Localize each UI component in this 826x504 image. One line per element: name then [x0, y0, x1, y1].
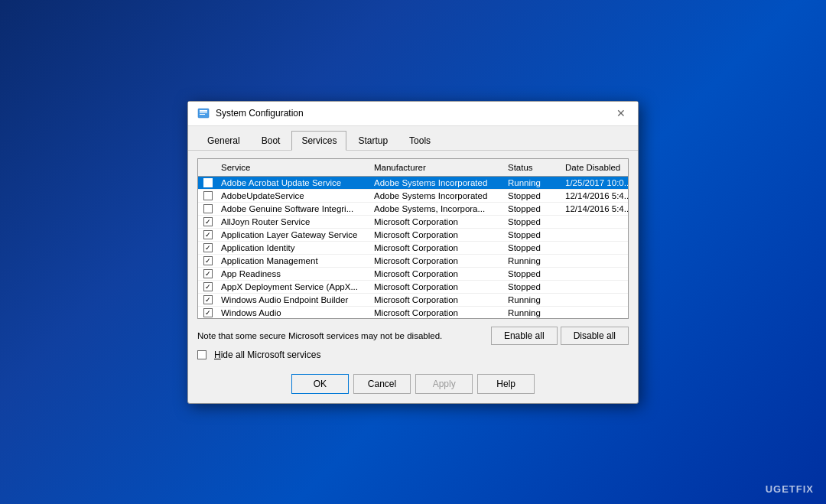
row-date-8 [562, 281, 628, 293]
row-status-1: Stopped [505, 190, 562, 202]
apply-button[interactable]: Apply [415, 374, 473, 394]
tab-boot[interactable]: Boot [252, 131, 291, 150]
th-check [198, 161, 218, 174]
bottom-buttons: OK Cancel Apply Help [188, 368, 638, 403]
checkbox-3[interactable] [203, 217, 213, 226]
ok-button[interactable]: OK [291, 374, 349, 394]
row-check-7[interactable] [198, 268, 218, 280]
row-check-5[interactable] [198, 242, 218, 254]
row-status-8: Stopped [505, 281, 562, 293]
row-service-1: AdobeUpdateService [218, 190, 371, 202]
titlebar: System Configuration ✕ [188, 102, 638, 126]
row-check-10[interactable] [198, 307, 218, 318]
table-row[interactable]: Windows Audio Microsoft Corporation Runn… [198, 307, 628, 318]
row-date-3 [562, 216, 628, 228]
tab-services[interactable]: Services [291, 131, 346, 151]
dialog-title: System Configuration [216, 108, 613, 119]
row-check-9[interactable] [198, 294, 218, 306]
row-check-4[interactable] [198, 229, 218, 241]
checkbox-9[interactable] [203, 295, 213, 304]
row-status-0: Running [505, 177, 562, 189]
row-check-3[interactable] [198, 216, 218, 228]
disable-all-button[interactable]: Disable all [561, 327, 629, 345]
table-row[interactable]: AppX Deployment Service (AppX... Microso… [198, 281, 628, 294]
checkbox-10[interactable] [203, 308, 213, 317]
row-service-10: Windows Audio [218, 307, 371, 318]
close-button[interactable]: ✕ [613, 106, 629, 121]
note-text: Note that some secure Microsoft services… [197, 331, 442, 340]
system-configuration-dialog: System Configuration ✕ General Boot Serv… [187, 101, 639, 404]
help-button[interactable]: Help [477, 374, 535, 394]
table-row[interactable]: Windows Audio Endpoint Builder Microsoft… [198, 294, 628, 307]
checkbox-4[interactable] [203, 230, 213, 239]
table-row[interactable]: Adobe Acrobat Update Service Adobe Syste… [198, 177, 628, 190]
table-header: Service Manufacturer Status Date Disable… [198, 159, 628, 177]
checkbox-2[interactable] [203, 204, 213, 213]
row-manufacturer-9: Microsoft Corporation [371, 294, 505, 306]
row-check-1[interactable] [198, 190, 218, 202]
row-date-10 [562, 307, 628, 318]
svg-rect-2 [200, 112, 207, 113]
row-service-9: Windows Audio Endpoint Builder [218, 294, 371, 306]
row-service-3: AllJoyn Router Service [218, 216, 371, 228]
row-manufacturer-4: Microsoft Corporation [371, 229, 505, 241]
hide-label-h: H [214, 350, 221, 360]
checkbox-8[interactable] [203, 282, 213, 291]
row-date-1: 12/14/2016 5:4... [562, 190, 628, 202]
row-check-8[interactable] [198, 281, 218, 293]
table-row[interactable]: AdobeUpdateService Adobe Systems Incorpo… [198, 190, 628, 203]
th-date: Date Disabled [562, 161, 629, 174]
row-check-6[interactable] [198, 255, 218, 267]
table-row[interactable]: AllJoyn Router Service Microsoft Corpora… [198, 216, 628, 229]
checkbox-5[interactable] [203, 243, 213, 252]
row-check-2[interactable] [198, 203, 218, 215]
tabs-bar: General Boot Services Startup Tools [188, 126, 638, 151]
row-status-9: Running [505, 294, 562, 306]
table-body[interactable]: Adobe Acrobat Update Service Adobe Syste… [198, 177, 628, 318]
row-manufacturer-0: Adobe Systems Incorporated [371, 177, 505, 189]
checkbox-1[interactable] [203, 191, 213, 200]
watermark-text: UGETFIX [766, 483, 814, 495]
checkbox-6[interactable] [203, 256, 213, 265]
table-row[interactable]: Application Identity Microsoft Corporati… [198, 242, 628, 255]
row-date-2: 12/14/2016 5:4... [562, 203, 628, 215]
hide-microsoft-checkbox[interactable] [197, 350, 206, 359]
tab-general[interactable]: General [197, 131, 250, 150]
row-manufacturer-3: Microsoft Corporation [371, 216, 505, 228]
table-row[interactable]: App Readiness Microsoft Corporation Stop… [198, 268, 628, 281]
row-check-0[interactable] [198, 177, 218, 189]
row-manufacturer-10: Microsoft Corporation [371, 307, 505, 318]
row-manufacturer-1: Adobe Systems Incorporated [371, 190, 505, 202]
row-manufacturer-5: Microsoft Corporation [371, 242, 505, 254]
content-area: Service Manufacturer Status Date Disable… [188, 151, 638, 368]
row-date-4 [562, 229, 628, 241]
row-status-2: Stopped [505, 203, 562, 215]
cancel-button[interactable]: Cancel [353, 374, 411, 394]
row-status-7: Stopped [505, 268, 562, 280]
row-service-6: Application Management [218, 255, 371, 267]
row-date-0: 1/25/2017 10:0... [562, 177, 628, 189]
svg-rect-1 [200, 110, 207, 112]
tab-tools[interactable]: Tools [399, 131, 441, 150]
checkbox-7[interactable] [203, 269, 213, 278]
checkbox-0[interactable] [203, 178, 213, 187]
row-service-7: App Readiness [218, 268, 371, 280]
enable-all-button[interactable]: Enable all [491, 327, 558, 345]
row-date-7 [562, 268, 628, 280]
row-manufacturer-8: Microsoft Corporation [371, 281, 505, 293]
row-manufacturer-2: Adobe Systems, Incorpora... [371, 203, 505, 215]
row-service-0: Adobe Acrobat Update Service [218, 177, 371, 189]
row-manufacturer-6: Microsoft Corporation [371, 255, 505, 267]
th-service: Service [218, 161, 371, 174]
row-status-10: Running [505, 307, 562, 318]
hide-microsoft-label: Hide all Microsoft services [214, 350, 320, 360]
services-table: Service Manufacturer Status Date Disable… [197, 158, 629, 319]
table-row[interactable]: Adobe Genuine Software Integri... Adobe … [198, 203, 628, 216]
row-status-6: Running [505, 255, 562, 267]
table-row[interactable]: Application Layer Gateway Service Micros… [198, 229, 628, 242]
table-row[interactable]: Application Management Microsoft Corpora… [198, 255, 628, 268]
tab-startup[interactable]: Startup [348, 131, 398, 150]
row-date-9 [562, 294, 628, 306]
row-status-5: Stopped [505, 242, 562, 254]
row-manufacturer-7: Microsoft Corporation [371, 268, 505, 280]
